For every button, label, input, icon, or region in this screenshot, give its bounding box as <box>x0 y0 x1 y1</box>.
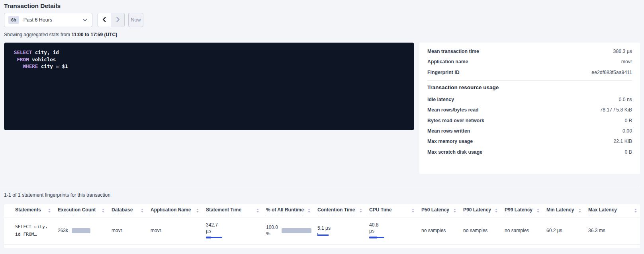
column-label: Min Latency <box>546 207 574 214</box>
column-label: Statements <box>15 207 41 214</box>
cell-value: movr <box>151 228 200 234</box>
sort-icon[interactable] <box>634 209 637 213</box>
sort-icon[interactable] <box>579 209 581 213</box>
sort-down-arrow <box>308 211 310 213</box>
resource-row: Max scratch disk usage0 B <box>427 147 632 157</box>
cell-statement-fingerprint[interactable]: SELECT city,id FROM… <box>15 223 58 238</box>
column-header-p50-latency[interactable]: P50 Latency <box>421 207 463 214</box>
transaction-summary-panel: Mean transaction time386.3 µsApplication… <box>419 43 640 174</box>
sort-up-arrow <box>412 209 414 210</box>
sort-icon[interactable] <box>454 209 456 213</box>
sort-icon[interactable] <box>308 209 310 213</box>
sort-icon[interactable] <box>495 209 497 213</box>
column-label: P50 Latency <box>421 207 449 214</box>
summary-value: ee2df683f5aa9411 <box>591 70 632 75</box>
sort-icon[interactable] <box>196 209 199 213</box>
sort-up-arrow <box>495 209 497 210</box>
resource-value: 78.17 / 5.8 KiB <box>600 107 632 113</box>
pct-with-bar: 100.0% <box>266 225 311 237</box>
pct-value: 100.0% <box>266 225 278 237</box>
cell-contention-time: 5.1 µs <box>317 225 369 236</box>
column-header-min-latency[interactable]: Min Latency <box>546 207 588 214</box>
resource-label: Max scratch disk usage <box>427 149 482 155</box>
now-button[interactable]: Now <box>128 13 143 27</box>
sort-icon[interactable] <box>360 209 362 213</box>
sort-icon[interactable] <box>141 209 143 213</box>
page-title: Transaction Details <box>4 2 61 10</box>
resource-row: Idle latency0.0 ns <box>427 94 632 105</box>
column-header-application-name[interactable]: Application Name <box>151 207 206 214</box>
sql-line: WHERE city = $1 <box>14 63 406 70</box>
chevron-left-icon <box>102 17 106 23</box>
resource-row: Max memory usage22.1 KiB <box>427 136 632 147</box>
cell-value: µs <box>369 228 415 234</box>
cell-value: 5.1 µs <box>317 225 363 232</box>
count-with-bar: 263k <box>58 228 105 234</box>
statement-link[interactable]: SELECT city,id FROM… <box>15 223 51 238</box>
resource-value: 0 B <box>625 149 632 155</box>
column-header-statements[interactable]: Statements <box>15 207 58 214</box>
sort-up-arrow <box>256 209 259 210</box>
next-time-button[interactable] <box>111 13 124 27</box>
column-label: P90 Latency <box>463 207 491 214</box>
sort-up-arrow <box>102 209 104 210</box>
resource-value: 0.0 ns <box>619 97 632 102</box>
cell-value: 342.7 <box>206 222 260 229</box>
time-range-dropdown[interactable]: 6h Past 6 Hours <box>4 13 92 27</box>
column-header-max-latency[interactable]: Max Latency <box>588 207 640 214</box>
sort-down-arrow <box>141 211 143 213</box>
cell-execution-count: 263k <box>58 228 112 234</box>
sort-up-arrow <box>454 209 456 210</box>
sort-icon[interactable] <box>48 209 51 213</box>
summary-value: 386.3 µs <box>613 49 632 54</box>
sql-line: FROM vehicles <box>14 56 406 63</box>
time-range-badge: 6h <box>8 16 19 24</box>
column-header-pct-of-all-runtime[interactable]: % of All Runtime <box>266 207 317 214</box>
sort-up-arrow <box>308 209 310 210</box>
statement-fingerprints-caption: 1-1 of 1 statement fingerprints for this… <box>4 192 110 198</box>
column-header-p99-latency[interactable]: P99 Latency <box>505 207 546 214</box>
resource-row: Bytes read over network0 B <box>427 115 632 125</box>
resource-value: 22.1 KiB <box>614 139 632 144</box>
sort-icon[interactable] <box>102 209 104 213</box>
value-bar <box>282 228 311 233</box>
column-header-cpu-time[interactable]: CPU Time <box>369 207 421 214</box>
sort-icon[interactable] <box>537 209 539 213</box>
sql-statement-box: SELECT city, id FROM vehicles WHERE city… <box>4 43 414 130</box>
column-header-p90-latency[interactable]: P90 Latency <box>463 207 505 214</box>
sort-up-arrow <box>634 209 637 210</box>
cell-value: no samples <box>505 228 540 234</box>
aggregated-stats-caption: Showing aggregated stats from 11:00 to 1… <box>4 32 117 37</box>
column-label: Max Latency <box>588 207 617 214</box>
cell-value: 263k <box>58 228 68 234</box>
column-header-database[interactable]: Database <box>112 207 151 214</box>
sort-down-arrow <box>579 211 581 213</box>
summary-row: Application namemovr <box>427 57 632 67</box>
time-range-label: Past 6 Hours <box>23 17 52 23</box>
cell-application-name: movr <box>151 228 206 234</box>
previous-time-button[interactable] <box>98 13 111 27</box>
sort-up-arrow <box>579 209 581 210</box>
sort-icon[interactable] <box>412 209 414 213</box>
column-header-execution-count[interactable]: Execution Count <box>58 207 112 214</box>
cell-statement-time: 342.7µs <box>206 222 266 240</box>
cell-cpu-time: 40.8µs <box>369 222 421 240</box>
summary-label: Application name <box>427 59 468 64</box>
resource-label: Mean rows/bytes read <box>427 107 478 113</box>
sort-up-arrow <box>48 209 51 210</box>
cell-value: no samples <box>463 228 498 234</box>
column-label: Database <box>112 207 133 214</box>
range-line <box>206 237 222 238</box>
column-label: Statement Time <box>206 207 241 214</box>
summary-label: Mean transaction time <box>427 49 479 54</box>
contention-bar <box>317 233 329 236</box>
sort-down-arrow <box>360 211 362 213</box>
cell-value: 40.8 <box>369 222 415 229</box>
column-label: Execution Count <box>58 207 96 214</box>
column-header-contention-time[interactable]: Contention Time <box>317 207 369 214</box>
column-header-statement-time[interactable]: Statement Time <box>206 207 266 214</box>
sort-icon[interactable] <box>256 209 259 213</box>
resource-usage-heading: Transaction resource usage <box>427 84 632 90</box>
range-line <box>317 234 329 236</box>
cell-value: % <box>266 231 278 237</box>
